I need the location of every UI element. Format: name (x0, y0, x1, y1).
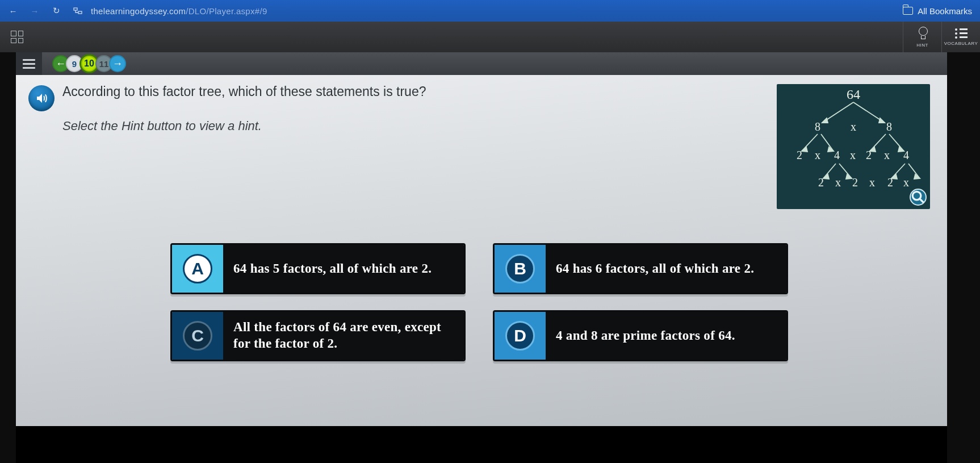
lesson-stage: ← 9 10 11 → According to this factor tre… (16, 52, 947, 426)
answer-c-text: All the factors of 64 are even, except f… (223, 312, 464, 360)
audio-button[interactable] (28, 85, 55, 111)
magnify-icon (911, 190, 925, 205)
svg-text:x: x (851, 120, 856, 133)
svg-text:2: 2 (797, 149, 802, 161)
url-text[interactable]: thelearningodyssey.com/DLO/Player.aspx#/… (91, 6, 903, 16)
menu-button[interactable] (16, 52, 42, 75)
svg-rect-0 (74, 8, 77, 10)
answer-grid: A 64 has 5 factors, all of which are 2. … (170, 243, 788, 361)
svg-text:x: x (815, 149, 820, 161)
progress-track: ← 9 10 11 → (42, 52, 947, 75)
answer-c[interactable]: C All the factors of 64 are even, except… (170, 310, 466, 361)
svg-text:x: x (835, 176, 841, 189)
site-info-icon[interactable] (73, 6, 83, 16)
svg-text:x: x (884, 149, 890, 161)
svg-point-38 (912, 191, 921, 200)
progress-row: ← 9 10 11 → (16, 52, 947, 75)
svg-line-20 (908, 164, 920, 178)
lightbulb-icon (918, 27, 928, 40)
progress-next-arrow[interactable]: → (109, 55, 126, 72)
svg-text:4: 4 (834, 149, 840, 161)
svg-marker-5 (879, 118, 885, 123)
back-icon[interactable]: ← (8, 6, 18, 16)
answer-b-letter: B (505, 254, 535, 283)
list-icon (955, 28, 968, 39)
svg-line-8 (821, 134, 834, 151)
hint-label: HINT (916, 43, 928, 48)
speaker-icon (35, 91, 48, 105)
answer-a-text: 64 has 5 factors, all of which are 2. (223, 245, 464, 293)
answer-d-letter: D (505, 321, 535, 351)
svg-text:4: 4 (903, 149, 909, 161)
reload-icon[interactable]: ↻ (51, 6, 61, 16)
answer-a[interactable]: A 64 has 5 factors, all of which are 2. (170, 243, 466, 294)
svg-text:2: 2 (887, 176, 893, 189)
question-hint-text: Select the Hint button to view a hint. (62, 119, 754, 134)
svg-text:x: x (850, 149, 856, 161)
url-host: thelearningodyssey.com (91, 6, 186, 16)
answer-b[interactable]: B 64 has 6 factors, all of which are 2. (493, 243, 788, 294)
hint-tool[interactable]: HINT (903, 22, 941, 52)
forward-icon[interactable]: → (30, 6, 40, 16)
answer-d-text: 4 and 8 are prime factors of 64. (546, 312, 786, 360)
svg-text:x: x (869, 176, 875, 189)
svg-text:8: 8 (886, 120, 892, 133)
bookmarks-button[interactable]: All Bookmarks (903, 6, 972, 16)
svg-line-39 (920, 199, 924, 203)
svg-rect-1 (78, 11, 82, 14)
svg-text:2: 2 (852, 176, 858, 189)
folder-icon (903, 7, 913, 15)
url-path: /DLO/Player.aspx#/9 (186, 6, 267, 16)
question-prompt: According to this factor tree, which of … (62, 84, 754, 99)
apps-button[interactable] (0, 31, 34, 43)
factor-tree-figure: 64 8 x 8 2 x 4 x 2 x 4 2 x (777, 84, 930, 209)
grid-icon (11, 31, 23, 43)
answer-d[interactable]: D 4 and 8 are prime factors of 64. (493, 310, 788, 361)
browser-address-bar: ← → ↻ thelearningodyssey.com/DLO/Player.… (0, 0, 980, 22)
svg-text:2: 2 (818, 176, 824, 189)
bookmarks-label: All Bookmarks (918, 6, 972, 16)
svg-marker-3 (822, 118, 828, 123)
svg-text:8: 8 (815, 120, 820, 133)
zoom-button[interactable] (910, 189, 927, 206)
answer-c-letter: C (183, 321, 212, 351)
tree-root: 64 (847, 87, 860, 102)
svg-text:x: x (903, 176, 909, 189)
vocab-label: VOCABULARY (944, 41, 978, 46)
answer-b-text: 64 has 6 factors, all of which are 2. (546, 245, 786, 293)
vocabulary-tool[interactable]: VOCABULARY (941, 22, 980, 52)
app-toolbar: HINT VOCABULARY (0, 22, 980, 52)
svg-text:2: 2 (866, 149, 872, 161)
answer-a-letter: A (183, 254, 212, 283)
